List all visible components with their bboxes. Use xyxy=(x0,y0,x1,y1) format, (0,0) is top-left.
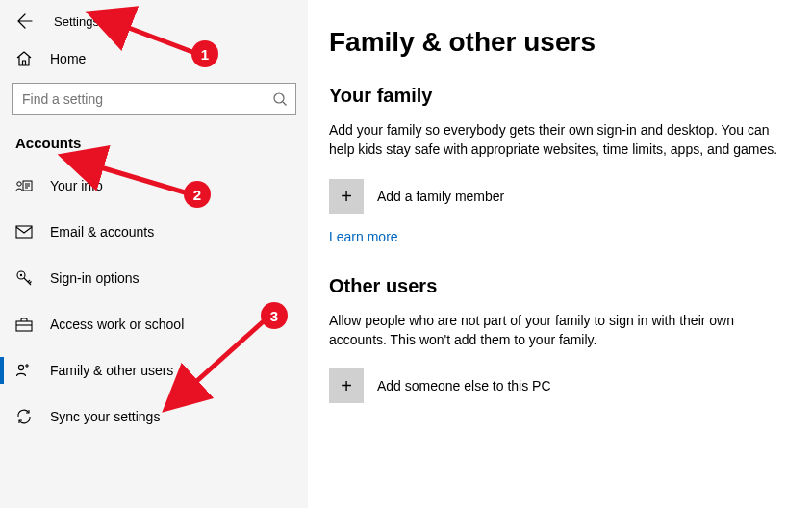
plus-icon: + xyxy=(329,368,364,403)
key-icon xyxy=(15,269,33,287)
nav-item-your-info[interactable]: Your info xyxy=(0,163,308,209)
back-button[interactable] xyxy=(15,12,35,31)
person-card-icon xyxy=(15,178,33,193)
nav-label: Your info xyxy=(50,178,103,193)
plus-icon: + xyxy=(329,179,364,214)
svg-rect-6 xyxy=(16,226,32,238)
svg-point-11 xyxy=(18,365,23,369)
learn-more-link[interactable]: Learn more xyxy=(329,229,398,244)
add-other-label: Add someone else to this PC xyxy=(377,378,551,394)
section-your-family-desc: Add your family so everybody gets their … xyxy=(329,120,781,160)
nav-item-email-accounts[interactable]: Email & accounts xyxy=(0,209,308,255)
nav-item-signin-options[interactable]: Sign-in options xyxy=(0,255,308,301)
nav-item-sync-settings[interactable]: Sync your settings xyxy=(0,394,308,440)
mail-icon xyxy=(15,225,33,239)
nav-label: Sync your settings xyxy=(50,409,160,424)
annotation-badge-2: 2 xyxy=(184,181,211,208)
add-family-member-button[interactable]: + Add a family member xyxy=(329,179,791,214)
sidebar: Settings Home Accounts Your info xyxy=(0,0,308,508)
nav-label: Sign-in options xyxy=(50,270,140,286)
section-other-users-title: Other users xyxy=(329,275,791,297)
section-other-users-desc: Allow people who are not part of your fa… xyxy=(329,311,781,350)
sync-icon xyxy=(15,408,33,425)
home-label: Home xyxy=(50,51,86,66)
svg-point-5 xyxy=(17,182,21,186)
search-box[interactable] xyxy=(12,83,296,115)
home-icon xyxy=(15,50,33,67)
add-family-label: Add a family member xyxy=(377,189,504,204)
nav-item-family-users[interactable]: Family & other users xyxy=(0,347,308,394)
arrow-left-icon xyxy=(17,13,33,29)
annotation-badge-1: 1 xyxy=(191,40,218,67)
category-title: Accounts xyxy=(0,129,308,163)
page-title: Family & other users xyxy=(329,27,791,58)
briefcase-icon xyxy=(15,317,33,332)
sidebar-home[interactable]: Home xyxy=(0,38,308,79)
section-your-family-title: Your family xyxy=(329,85,791,107)
header-row: Settings xyxy=(0,0,308,38)
search-icon xyxy=(272,91,288,107)
svg-point-8 xyxy=(20,274,22,276)
svg-point-0 xyxy=(274,93,284,103)
nav-label: Access work or school xyxy=(50,317,184,332)
nav-label: Family & other users xyxy=(50,363,173,378)
search-input[interactable] xyxy=(20,90,272,108)
annotation-badge-3: 3 xyxy=(261,302,288,329)
main-content: Family & other users Your family Add you… xyxy=(308,0,812,508)
add-other-user-button[interactable]: + Add someone else to this PC xyxy=(329,368,791,403)
svg-rect-9 xyxy=(16,321,32,331)
people-icon xyxy=(15,363,33,378)
app-title: Settings xyxy=(54,14,99,29)
nav-label: Email & accounts xyxy=(50,224,154,240)
nav-list: Your info Email & accounts Sign-in optio… xyxy=(0,163,308,440)
